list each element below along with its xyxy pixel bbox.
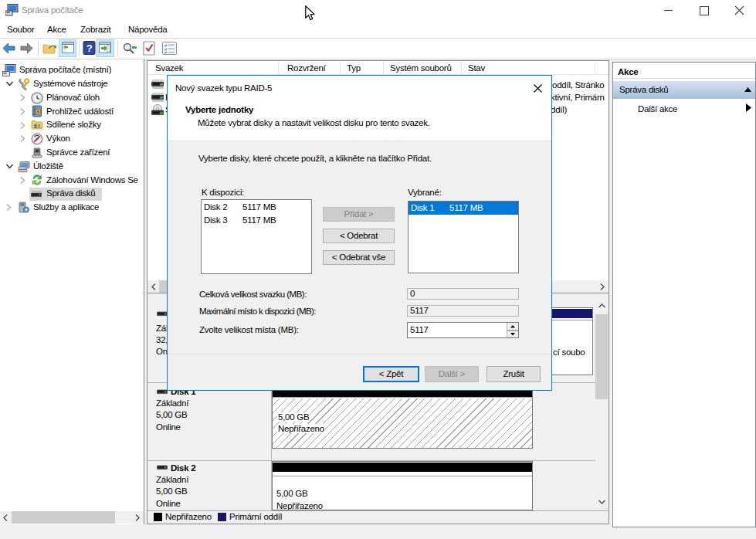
svg-text:?: ? <box>86 42 93 54</box>
